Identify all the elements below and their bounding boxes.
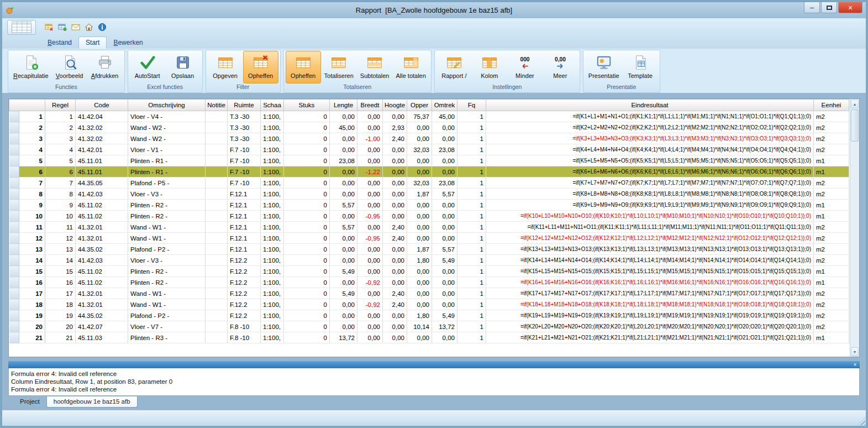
cell-ruimte[interactable]: F.8 -10 <box>228 321 261 332</box>
row-number[interactable]: 21 <box>19 332 45 343</box>
row-number[interactable]: 16 <box>19 277 45 288</box>
cell-hoogte[interactable]: 2,93 <box>383 122 407 133</box>
cell-opper[interactable]: 0,00 <box>407 332 432 343</box>
cell-fq[interactable]: 1 <box>457 144 486 155</box>
cell-breedt[interactable]: -1,00 <box>357 133 383 144</box>
cell-code[interactable]: 41.32.01 <box>76 233 128 244</box>
cell-omschrijving[interactable]: Wand - W2 - <box>128 133 206 144</box>
column-header-lengte[interactable]: Lengte <box>330 100 357 111</box>
cell-stuks[interactable]: 0 <box>284 111 330 122</box>
cell-omtrek[interactable]: 0,00 <box>432 288 457 299</box>
row-marker[interactable] <box>9 133 19 144</box>
totaliseren-button[interactable]: Totaliseren <box>321 51 357 83</box>
cell-hoogte[interactable]: 0,00 <box>383 144 407 155</box>
cell-omtrek[interactable]: 0,00 <box>432 211 457 222</box>
cell-ruimte[interactable]: F.7 -10 <box>228 155 261 166</box>
cell-regel[interactable]: 3 <box>45 133 76 144</box>
cell-schaal[interactable]: 1:100, <box>261 310 284 321</box>
cell-lengte[interactable]: 5,57 <box>330 222 357 233</box>
cell-omtrek[interactable]: 0,00 <box>432 233 457 244</box>
cell-notitie[interactable] <box>206 310 228 321</box>
help-button[interactable] <box>96 22 108 33</box>
cell-stuks[interactable]: 0 <box>284 266 330 277</box>
cell-omschrijving[interactable]: Vloer - V3 - <box>128 189 206 200</box>
cell-code[interactable]: 45.11.02 <box>76 277 128 288</box>
cell-breedt[interactable]: 0,00 <box>357 310 383 321</box>
cell-opper[interactable]: 0,00 <box>407 122 432 133</box>
cell-omschrijving[interactable]: Wand - W1 - <box>128 288 206 299</box>
cell-omschrijving[interactable]: Plinten - R2 - <box>128 200 206 211</box>
cell-notitie[interactable] <box>206 288 228 299</box>
cell-fq[interactable]: 1 <box>457 266 486 277</box>
cell-omtrek[interactable]: 0,00 <box>432 332 457 343</box>
column-header-breedt[interactable]: Breedt <box>357 100 383 111</box>
presentatie-button[interactable]: Presentatie <box>585 51 623 83</box>
cell-opper[interactable]: 0,00 <box>407 288 432 299</box>
resize-grip[interactable] <box>858 417 865 425</box>
cell-eindresultaat[interactable]: =if(K16+L16+M16+N16+O16;(if(K16;K16;1)*i… <box>486 277 814 288</box>
row-number[interactable]: 12 <box>19 233 45 244</box>
cell-notitie[interactable] <box>206 178 228 189</box>
cell-eindresultaat[interactable]: =if(K12+L12+M12+N12+O12;(if(K12;K12;1)*i… <box>486 233 814 244</box>
row-number[interactable]: 13 <box>19 244 45 255</box>
cell-opper[interactable]: 1,87 <box>407 244 432 255</box>
cell-opper[interactable]: 0,00 <box>407 277 432 288</box>
cell-lengte[interactable]: 0,00 <box>330 255 357 266</box>
row-number[interactable]: 3 <box>19 133 45 144</box>
cell-omschrijving[interactable]: Wand - W1 - <box>128 233 206 244</box>
cell-ruimte[interactable]: F.12.1 <box>228 200 261 211</box>
column-header-eenhei[interactable]: Eenhei <box>814 100 849 111</box>
cell-hoogte[interactable]: 0,00 <box>383 321 407 332</box>
cell-fq[interactable]: 1 <box>457 155 486 166</box>
cell-code[interactable]: 45.11.01 <box>76 155 128 166</box>
cell-ruimte[interactable]: T.3 -30 <box>228 122 261 133</box>
cell-regel[interactable]: 14 <box>45 255 76 266</box>
cell-omschrijving[interactable]: Plafond - P2 - <box>128 244 206 255</box>
cell-lengte[interactable]: 23,08 <box>330 155 357 166</box>
cell-notitie[interactable] <box>206 266 228 277</box>
cell-breedt[interactable]: 0,00 <box>357 155 383 166</box>
cell-ruimte[interactable]: F.7 -10 <box>228 144 261 155</box>
cell-breedt[interactable]: -0,92 <box>357 277 383 288</box>
cell-opper[interactable]: 1,87 <box>407 189 432 200</box>
cell-regel[interactable]: 10 <box>45 211 76 222</box>
cell-omtrek[interactable]: 0,00 <box>432 166 457 178</box>
cell-breedt[interactable]: 0,00 <box>357 332 383 343</box>
cell-breedt[interactable]: 0,00 <box>357 244 383 255</box>
cell-eenheid[interactable]: m2 <box>814 299 849 310</box>
autostart-button[interactable]: AutoStart <box>130 51 165 83</box>
cell-code[interactable]: 45.11.02 <box>76 266 128 277</box>
cell-regel[interactable]: 13 <box>45 244 76 255</box>
cell-regel[interactable]: 16 <box>45 277 76 288</box>
row-marker[interactable] <box>9 255 19 266</box>
cell-regel[interactable]: 4 <box>45 144 76 155</box>
cell-stuks[interactable]: 0 <box>284 321 330 332</box>
cell-eenheid[interactable]: m2 <box>814 122 849 133</box>
cell-eindresultaat[interactable]: =if(K9+L9+M9+N9+O9;(if(K9;K9;1)*if(L9;L9… <box>486 200 814 211</box>
cell-code[interactable]: 41.42.01 <box>76 144 128 155</box>
cell-eindresultaat[interactable]: =if(K1+L1+M1+N1+O1;(if(K1;K1;1)*if(L1;L1… <box>486 111 814 122</box>
cell-notitie[interactable] <box>206 233 228 244</box>
cell-opper[interactable]: 0,00 <box>407 200 432 211</box>
cell-omschrijving[interactable]: Plinten - R3 - <box>128 332 206 343</box>
cell-stuks[interactable]: 0 <box>284 122 330 133</box>
cell-notitie[interactable] <box>206 111 228 122</box>
cell-breedt[interactable]: -1,22 <box>357 166 383 178</box>
cell-notitie[interactable] <box>206 144 228 155</box>
cell-opper[interactable]: 10,14 <box>407 321 432 332</box>
cell-schaal[interactable]: 1:100, <box>261 321 284 332</box>
row-marker[interactable] <box>9 244 19 255</box>
cell-stuks[interactable]: 0 <box>284 288 330 299</box>
cell-eindresultaat[interactable]: =if(K20+L20+M20+N20+O20;(if(K20;K20;1)*i… <box>486 321 814 332</box>
cell-notitie[interactable] <box>206 299 228 310</box>
cell-eindresultaat[interactable]: =if(K14+L14+M14+N14+O14;(if(K14;K14;1)*i… <box>486 255 814 266</box>
cell-omschrijving[interactable]: Plafond - P5 - <box>128 178 206 189</box>
cell-stuks[interactable]: 0 <box>284 155 330 166</box>
cell-ruimte[interactable]: F.8 -10 <box>228 332 261 343</box>
cell-breedt[interactable]: -0,92 <box>357 299 383 310</box>
cell-notitie[interactable] <box>206 211 228 222</box>
cell-code[interactable]: 45.11.02 <box>76 200 128 211</box>
row-marker[interactable] <box>9 155 19 166</box>
close-button[interactable]: × <box>838 2 862 13</box>
cell-omtrek[interactable]: 0,00 <box>432 299 457 310</box>
